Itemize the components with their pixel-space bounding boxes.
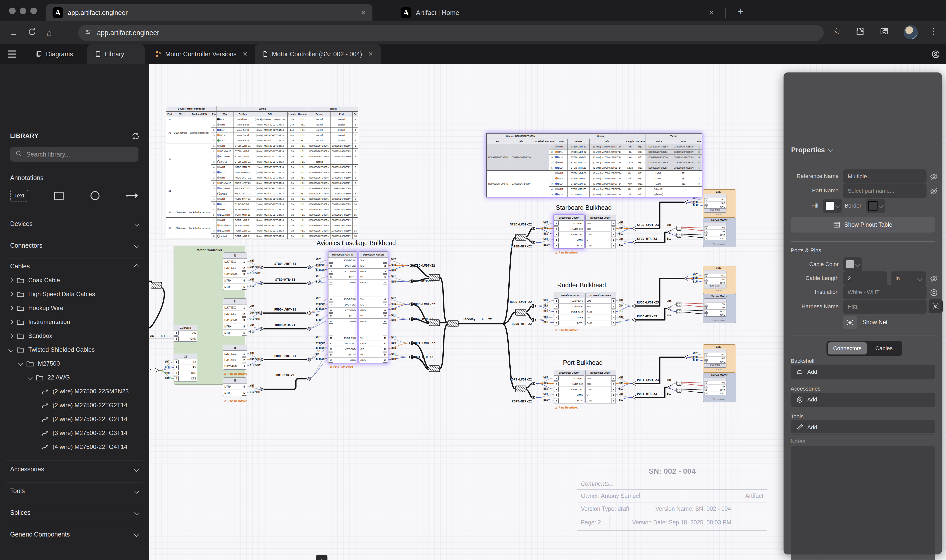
browser-menu-icon[interactable]: ⋮ — [929, 26, 938, 36]
cable-color-picker[interactable] — [843, 257, 863, 271]
cable-label[interactable]: RUDD-LVDT-Z1 — [275, 308, 296, 311]
show-net-label[interactable]: Show Net — [863, 319, 887, 326]
lvdt-connector-1[interactable]: 1VIN2SIG3GNDDB9-male — [704, 194, 727, 212]
cable-label[interactable]: PORT-MTR-Z3 — [637, 392, 657, 395]
cable-label[interactable]: PORT-LVDT-Z2 — [510, 378, 532, 381]
accessories-add-button[interactable]: Add — [791, 392, 935, 407]
border-color-picker[interactable] — [866, 199, 885, 213]
nav-library[interactable]: Library — [87, 45, 145, 64]
servo-connector-1[interactable]: 1V+2V+3GND4GND — [704, 222, 727, 240]
bookmark-star-icon[interactable]: ☆ — [833, 26, 840, 36]
show-pinout-table-button[interactable]: Show Pinout Table — [791, 217, 935, 232]
cable-label[interactable]: STBD-LVDT-Z3 — [637, 223, 659, 227]
chevron-down-icon[interactable] — [28, 375, 32, 380]
rudder-block-left[interactable]: D38999/20FB98SN1LVDT-EXC2LVDT-SIG3LVDT-G… — [554, 292, 585, 326]
tree-folder[interactable]: Coax Cable — [0, 273, 149, 287]
cable-length-unit-select[interactable]: in — [891, 271, 926, 286]
cable-label[interactable]: STBD-LVDT-Z1 — [275, 262, 296, 266]
properties-header[interactable]: Properties — [791, 146, 833, 154]
segment-connectors[interactable]: Connectors — [828, 342, 867, 354]
tab-document-active[interactable]: Motor Controller (SN: 002 - 004) ✕ — [255, 45, 381, 64]
cable-label[interactable]: RUDD-LVDT-Z3 — [637, 301, 659, 304]
reference-name-input[interactable]: Multiple... — [843, 169, 926, 183]
site-settings-icon[interactable] — [84, 28, 92, 38]
cable-label[interactable]: PORT-MTR-Z1 — [275, 374, 294, 377]
visibility-off-icon[interactable] — [930, 172, 938, 182]
connector-j5-mtr[interactable]: J5MTR+4MTR-5 — [223, 377, 247, 396]
tab-versions[interactable]: Motor Controller Versions ✕ — [154, 45, 248, 64]
cable-label[interactable]: RUDD-MTR-Z2 — [512, 322, 532, 326]
chevron-right-icon[interactable] — [8, 278, 13, 283]
section-connectors[interactable]: Connectors — [10, 242, 139, 249]
tree-folder[interactable]: Hookup Wire — [0, 301, 149, 315]
extensions-icon[interactable] — [855, 27, 865, 38]
cable-label[interactable]: PORT-LVDT-Z3 — [637, 378, 659, 382]
tree-folder[interactable]: Twisted Shielded Cables — [0, 343, 149, 357]
cable-label[interactable]: RUDD-MTR-Z3 — [637, 315, 657, 318]
servo-connector-3[interactable]: 1V+2V+3GND4GND — [704, 377, 727, 395]
lvdt-connector-3[interactable]: 1VIN2SIG3GNDDB9-male — [704, 349, 727, 368]
window-close-button[interactable] — [9, 8, 15, 14]
tools-add-button[interactable]: Add — [791, 420, 935, 434]
tab-close-icon[interactable]: ✕ — [708, 9, 714, 17]
starboard-block-left[interactable]: D38999/20FB98SN1LVDT-EXC2LVDT-SIG3LVDT-G… — [554, 215, 585, 248]
section-tools[interactable]: Tools — [10, 487, 139, 495]
window-zoom-button[interactable] — [30, 8, 37, 14]
show-net-icon-button[interactable] — [843, 315, 857, 329]
chevron-down-icon[interactable] — [18, 361, 23, 366]
cable-label[interactable]: RUDD-LVDT-Z2 — [510, 300, 532, 304]
cable-label[interactable]: STBD-MTR-Z3 — [637, 237, 657, 241]
starboard-block-right[interactable]: D38999/26FB98PNVIN1SIG2GND3V+4GND5 — [585, 215, 616, 248]
cable-label[interactable]: STBD-MTR-Z1 — [275, 278, 295, 282]
chevron-right-icon[interactable] — [8, 292, 13, 297]
segment-cables[interactable]: Cables — [867, 345, 901, 352]
browser-tab-active[interactable]: A app.artifact.engineer ✕ — [46, 4, 372, 21]
harness-name-input[interactable]: H$1 — [843, 300, 926, 314]
rudder-block-right[interactable]: D38999/26FB98PNVIN1SIG2GND3V+4GND5 — [585, 292, 616, 326]
address-bar[interactable]: app.artifact.engineer — [78, 25, 824, 41]
lvdt-connector-2[interactable]: 1VIN2SIG3GNDDB9-male — [704, 270, 727, 289]
close-icon[interactable]: ✕ — [368, 51, 373, 58]
cable-label[interactable]: PORT-LVDT-Z1 — [275, 354, 296, 358]
chevron-right-icon[interactable] — [8, 306, 13, 311]
chevron-down-icon[interactable] — [8, 347, 13, 352]
section-devices[interactable]: Devices — [10, 220, 139, 228]
visibility-on-icon[interactable] — [930, 288, 938, 298]
harness-focus-button[interactable] — [929, 299, 943, 313]
cable-length-input[interactable]: 2 — [843, 271, 887, 286]
connector-j2[interactable]: J21TX2RX3RTS4CTS — [174, 354, 198, 382]
menu-icon[interactable] — [8, 51, 16, 58]
insulation-input[interactable]: White - WHT — [843, 285, 926, 300]
section-accessories[interactable]: Accessories — [10, 466, 139, 473]
pinout-table-t1[interactable]: Source: Motor ControllerWiringTargetPort… — [166, 106, 358, 239]
servo-connector-2[interactable]: 1V+2V+3GND4GND — [704, 298, 727, 317]
connector-j3[interactable]: J3LVDT-EXC1LVDT-SIG2LVDT-GND3MTR+4MTR-5 — [223, 252, 247, 290]
tree-folder[interactable]: 22 AWG — [0, 371, 149, 384]
visibility-off-icon[interactable] — [930, 187, 938, 197]
search-input[interactable]: Search library... — [10, 147, 139, 162]
cable-label[interactable]: STBD-MTR-Z2 — [512, 245, 532, 248]
window-minimize-button[interactable] — [20, 8, 26, 14]
avionics-block-left[interactable]: D38999/26FC35PN1LVDT-EXC2LVDT-SIG3LVDT-G… — [328, 251, 357, 363]
part-name-input[interactable]: Select part name... — [843, 184, 926, 198]
browser-tab-inactive[interactable]: A Artifact | Home ✕ — [394, 4, 721, 21]
nav-diagrams[interactable]: Diagrams — [35, 45, 73, 64]
tree-folder[interactable]: M27500 — [0, 357, 149, 371]
section-generic-components[interactable]: Generic Components — [10, 531, 139, 538]
side-panel-icon[interactable] — [880, 27, 889, 38]
connector-j4[interactable]: J4LVDT-EXC1LVDT-SIG2LVDT-GND3MTR+4MTR-5 — [223, 298, 247, 336]
circle-tool[interactable] — [90, 190, 100, 201]
title-block[interactable]: SN: 002 - 004 Comments... Owner: Antony … — [577, 464, 767, 531]
reload-icon[interactable] — [28, 28, 36, 38]
home-icon[interactable]: ⌂ — [46, 28, 52, 38]
tree-cable-item[interactable]: (2 wire) M27500-22TG2T14 — [0, 412, 149, 426]
tree-cable-item[interactable]: (2 wire) M27500-22SM2N23 — [0, 384, 149, 398]
back-icon[interactable]: ← — [9, 28, 18, 38]
pinout-table-t2[interactable]: Source: D38999/20FB98SNWiringTargetPortP… — [486, 133, 702, 197]
tree-folder[interactable]: High Speed Data Cables — [0, 287, 149, 301]
tree-folder[interactable]: Sandbox — [0, 329, 149, 343]
section-cables[interactable]: Cables — [10, 263, 139, 270]
tree-cable-item[interactable]: (4 wire) M27500-22TG4T14 — [0, 440, 149, 454]
tree-folder[interactable]: Instrumentation — [0, 315, 149, 329]
cable-label[interactable]: PORT-MTR-Z2 — [512, 400, 532, 403]
